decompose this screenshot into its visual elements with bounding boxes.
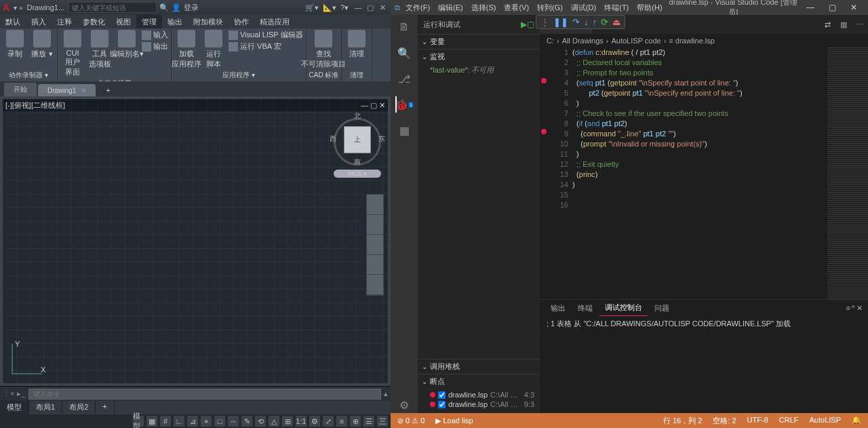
viewcube[interactable]: 北 南 西 东 上 WCS ▾ — [334, 113, 381, 174]
breakpoint-checkbox[interactable] — [438, 391, 446, 399]
ribbon-small-button[interactable]: 运行 VBA 宏 — [229, 41, 303, 52]
menu-item[interactable]: 调试(D) — [567, 3, 600, 13]
panel-output[interactable]: ; 1 表格 从 "C:/ALL DRAWINGS/AUTOLISP CODE/… — [540, 316, 868, 413]
status-toggle[interactable]: 模型 — [133, 416, 144, 427]
status-line[interactable]: 行 16，列 2 — [660, 416, 705, 426]
status-toggle[interactable]: ∟ — [174, 416, 184, 427]
quick-access-toolbar[interactable]: ▾ » — [14, 4, 22, 12]
run-icon[interactable]: ▶▢ — [521, 20, 534, 29]
status-toggle[interactable]: ☰ — [363, 416, 374, 427]
ribbon-small-button[interactable]: 输入 — [142, 30, 168, 40]
app-menu-icon[interactable]: 📐▾ — [323, 3, 336, 12]
login-icon[interactable]: 👤 — [172, 3, 181, 12]
panel-tab[interactable]: 调试控制台 — [599, 300, 648, 316]
ribbon-tab[interactable]: 注释 — [52, 15, 77, 28]
menu-item[interactable]: 编辑(E) — [434, 3, 467, 13]
panel-filter-icon[interactable]: ≡ — [846, 304, 850, 312]
status-toggle[interactable]: ⚙ — [309, 416, 320, 427]
ribbon-tab[interactable]: 视图 — [111, 15, 136, 28]
panel-close-icon[interactable]: ✕ — [856, 304, 863, 313]
status-errors[interactable]: ⊘ 0 ⚠ 0 — [395, 416, 427, 425]
menu-item[interactable]: 文件(F) — [401, 3, 434, 13]
vp-min-icon[interactable]: — — [361, 101, 368, 109]
ribbon-button[interactable]: 运行 脚本 — [201, 30, 226, 69]
breadcrumb-item[interactable]: C: — [547, 37, 554, 45]
menu-item[interactable]: 查看(V) — [500, 3, 533, 13]
menu-item[interactable]: 转到(G) — [533, 3, 567, 13]
max-icon[interactable]: ▢ — [365, 2, 376, 13]
status-toggle[interactable]: □ — [214, 416, 225, 427]
ribbon-tab[interactable]: 输出 — [162, 15, 188, 28]
min-icon[interactable]: — — [353, 2, 363, 13]
breakpoint-checkbox[interactable] — [438, 401, 446, 408]
scm-icon[interactable]: ⎇ — [396, 71, 412, 87]
ribbon-button[interactable]: CUI 用户 界面 — [60, 30, 85, 77]
code-line[interactable]: (if (and pt1 pt2) — [572, 119, 827, 129]
new-tab-button[interactable]: + — [97, 85, 120, 96]
status-bell-icon[interactable]: 🔔 — [849, 416, 864, 426]
cmd-handle-icon[interactable]: ⋮× — [3, 389, 14, 398]
breakpoint-row[interactable]: drawline.lspC:\All Drawi...4:3 — [430, 390, 534, 400]
ribbon-tab[interactable]: 参数化 — [77, 15, 111, 28]
breadcrumb-item[interactable]: AutoLISP code — [611, 37, 660, 45]
layout-tab[interactable]: + — [96, 401, 114, 414]
grip-icon[interactable]: ⋮ — [540, 17, 549, 27]
split-icon[interactable]: ▥ — [835, 20, 852, 29]
search-icon[interactable]: 🔍 — [159, 3, 169, 12]
ribbon-button[interactable]: 加载 应用程序 — [174, 30, 199, 69]
ribbon-button[interactable]: 录制 — [3, 30, 27, 59]
status-encoding[interactable]: UTF-8 — [745, 416, 771, 426]
code-line[interactable]: (princ) — [572, 170, 827, 180]
command-input[interactable] — [28, 389, 381, 400]
panel-tab[interactable]: 终端 — [572, 300, 598, 316]
cart-icon[interactable]: 🛒▾ — [305, 3, 319, 12]
code-line[interactable]: (command "_.line" pt1 pt2 "") — [572, 129, 827, 139]
gear-icon[interactable]: ⚙ — [396, 397, 412, 413]
code-line[interactable]: ;; Declared local variables — [572, 58, 827, 68]
cmd-arrow-icon[interactable]: ▸_ — [17, 389, 25, 398]
status-spaces[interactable]: 空格: 2 — [710, 416, 738, 426]
breakpoint-row[interactable]: drawline.lspC:\All Drawi...9:3 — [430, 400, 534, 409]
minimap[interactable] — [827, 47, 868, 299]
explorer-icon[interactable]: 🗎 — [396, 19, 412, 35]
ribbon-tab[interactable]: 管理 — [136, 15, 162, 28]
panel-tab[interactable]: 问题 — [649, 300, 675, 316]
status-toggle[interactable]: ⤢ — [323, 416, 334, 427]
viewport-label[interactable]: [-][俯视][二维线框] — [5, 100, 65, 111]
breakpoint-icon[interactable] — [541, 78, 547, 83]
vp-max-icon[interactable]: ▢ — [370, 101, 377, 109]
code-line[interactable]: (defun c:drawline ( / pt1 pt2) — [572, 47, 827, 58]
breadcrumb[interactable]: C: › All Drawings › AutoLISP code › ≡ dr… — [540, 34, 868, 47]
vsc-close-icon[interactable]: ✕ — [844, 3, 864, 12]
search-icon[interactable]: 🔍 — [396, 45, 412, 61]
layout-tab[interactable]: 布局2 — [62, 401, 96, 414]
step-over-icon[interactable]: ↷ — [572, 17, 580, 27]
nav-bar[interactable] — [366, 194, 384, 296]
code-line[interactable]: pt2 (getpoint pt1 "\nSpecify end point o… — [572, 88, 827, 98]
status-toggle[interactable]: △ — [269, 416, 279, 427]
step-out-icon[interactable]: ↑ — [593, 17, 597, 27]
ribbon-small-button[interactable]: 输出 — [142, 41, 168, 52]
pause-icon[interactable]: ❚❚ — [553, 17, 568, 27]
layout-tab[interactable]: 布局1 — [29, 401, 62, 414]
viewport[interactable]: [-][俯视][二维线框] — ▢ ✕ 北 南 西 东 上 WCS ▾ YX — [3, 99, 388, 383]
code-line[interactable]: (setq pt1 (getpoint "\nSpecify start poi… — [572, 78, 827, 88]
breadcrumb-item[interactable]: ≡ drawline.lsp — [669, 37, 715, 45]
status-lang[interactable]: AutoLISP — [807, 416, 844, 426]
ribbon-button[interactable]: 查找 不可清除项目 — [311, 30, 336, 69]
login-label[interactable]: 登录 — [184, 3, 199, 13]
status-toggle[interactable]: ⊞ — [282, 416, 293, 427]
status-toggle[interactable]: 三 — [377, 416, 388, 427]
status-toggle[interactable]: # — [160, 416, 171, 427]
wcs-label[interactable]: WCS ▾ — [334, 170, 381, 178]
vp-close-icon[interactable]: ✕ — [379, 101, 385, 109]
step-into-icon[interactable]: ↓ — [584, 17, 589, 27]
ribbon-button[interactable]: 清理 — [344, 30, 369, 59]
ribbon-button[interactable]: 播放 ▾ — [30, 30, 54, 59]
restart-icon[interactable]: ⟳ — [601, 17, 608, 27]
status-eol[interactable]: CRLF — [776, 416, 802, 426]
more-icon[interactable]: ⋯ — [852, 20, 868, 29]
cmd-history-icon[interactable]: ▴ — [384, 389, 388, 398]
section-breakpoints[interactable]: 断点 — [418, 374, 540, 389]
debug-icon[interactable]: 🐞1 — [395, 96, 412, 113]
